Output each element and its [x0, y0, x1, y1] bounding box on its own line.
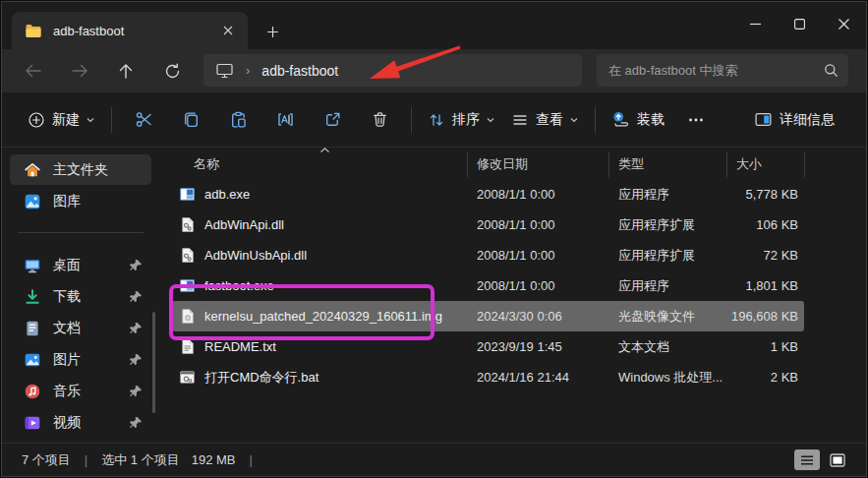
- pin-icon: [129, 385, 143, 398]
- file-name: AdbWinApi.dll: [172, 216, 467, 233]
- file-row[interactable]: README.txt2023/9/19 1:45文本文档1 KB: [172, 331, 804, 362]
- up-button[interactable]: [106, 55, 145, 87]
- copy-button[interactable]: [167, 102, 214, 138]
- file-type: Windows 批处理...: [608, 369, 726, 387]
- file-date: 2008/1/1 0:00: [467, 217, 608, 232]
- sidebar-item-pictures[interactable]: 图片: [10, 344, 151, 375]
- sidebar-item-music[interactable]: 音乐: [10, 376, 151, 406]
- status-divider: |: [85, 452, 87, 467]
- new-tab-button[interactable]: [260, 19, 285, 44]
- view-button[interactable]: 查看: [503, 102, 587, 138]
- search-icon[interactable]: [824, 63, 839, 78]
- file-type: 光盘映像文件: [608, 308, 726, 326]
- tab-close-icon[interactable]: [218, 21, 238, 40]
- file-date: 2023/9/19 1:45: [467, 339, 608, 354]
- selection-size: 192 MB: [192, 452, 236, 467]
- delete-button[interactable]: [356, 102, 403, 138]
- close-button[interactable]: [822, 2, 866, 45]
- search-input[interactable]: [608, 63, 824, 78]
- column-header-name[interactable]: 名称: [172, 155, 467, 173]
- chevron-down-icon: [486, 115, 495, 125]
- txt-file-icon: [179, 338, 196, 355]
- column-separator[interactable]: [726, 151, 727, 177]
- new-button[interactable]: 新建: [20, 102, 103, 138]
- toolbar-divider: [595, 107, 596, 133]
- file-row[interactable]: adb.exe2008/1/1 0:00应用程序5,778 KB: [172, 179, 804, 209]
- file-date: 2024/1/16 21:44: [467, 370, 608, 385]
- file-size: 1,801 KB: [726, 278, 804, 293]
- home-icon: [24, 161, 41, 179]
- sidebar-item-home[interactable]: 主文件夹: [10, 154, 151, 185]
- sidebar-item-label: 下载: [53, 288, 129, 306]
- details-pane-icon: [754, 110, 773, 129]
- search-box[interactable]: [597, 54, 848, 87]
- column-separator[interactable]: [608, 151, 609, 177]
- img-file-icon: [179, 308, 196, 325]
- column-separator[interactable]: [467, 151, 468, 177]
- command-bar: 新建 排序 查看 装载 详细信息: [2, 92, 866, 148]
- file-type: 文本文档: [608, 338, 726, 356]
- toolbar-divider: [411, 107, 412, 133]
- maximize-button[interactable]: [778, 2, 822, 45]
- breadcrumb-item[interactable]: adb-fastboot: [261, 63, 338, 79]
- column-header-size[interactable]: 大小: [726, 155, 804, 173]
- file-date: 2008/1/1 0:00: [467, 248, 608, 263]
- column-header-type[interactable]: 类型: [608, 155, 726, 173]
- list-header: 名称 修改日期 类型 大小: [172, 149, 858, 179]
- file-row[interactable]: AdbWinApi.dll2008/1/1 0:00应用程序扩展106 KB: [172, 209, 804, 240]
- sidebar-scrollbar[interactable]: [152, 312, 155, 413]
- file-row[interactable]: 打开CMD命令行.bat2024/1/16 21:44Windows 批处理..…: [172, 362, 804, 392]
- file-row[interactable]: kernelsu_patched_20240329_160611.img2024…: [172, 301, 804, 331]
- exe-file-icon: [179, 186, 196, 203]
- toolbar-divider: [111, 107, 112, 133]
- more-options-button[interactable]: [672, 102, 720, 138]
- details-view-toggle[interactable]: [794, 449, 820, 470]
- view-lines-icon: [511, 111, 529, 129]
- sidebar-item-downloads[interactable]: 下载: [10, 281, 151, 312]
- desktop-icon: [24, 257, 41, 274]
- sidebar-item-documents[interactable]: 文档: [10, 313, 151, 343]
- file-date: 2008/1/1 0:00: [467, 278, 608, 293]
- column-separator[interactable]: [804, 151, 805, 177]
- explorer-tab[interactable]: adb-fastboot: [12, 12, 248, 49]
- forward-button[interactable]: [60, 55, 99, 87]
- icons-view-toggle[interactable]: [825, 449, 850, 470]
- file-date: 2024/3/30 0:06: [467, 309, 608, 324]
- file-date: 2008/1/1 0:00: [467, 187, 608, 202]
- rename-button[interactable]: [261, 102, 309, 138]
- items-count: 7 个项目: [22, 451, 71, 469]
- pin-icon: [129, 353, 143, 367]
- mount-button[interactable]: 装载: [604, 102, 672, 138]
- file-size: 1 KB: [726, 339, 804, 354]
- sidebar-item-label: 主文件夹: [53, 161, 143, 179]
- chevron-down-icon: [86, 115, 95, 125]
- downloads-icon: [24, 288, 41, 306]
- sort-button-label: 排序: [452, 111, 480, 129]
- file-name: README.txt: [172, 338, 467, 355]
- cut-button[interactable]: [120, 102, 167, 138]
- minimize-button[interactable]: [733, 2, 778, 45]
- music-icon: [24, 383, 41, 400]
- breadcrumb-chevron-icon: ›: [246, 63, 250, 78]
- file-name: fastboot.exe: [172, 277, 467, 294]
- sidebar: 主文件夹图库桌面下载文档图片音乐视频: [10, 151, 151, 441]
- address-bar[interactable]: › adb-fastboot: [203, 54, 582, 87]
- file-type: 应用程序扩展: [608, 247, 726, 265]
- sidebar-item-desktop[interactable]: 桌面: [10, 250, 151, 280]
- column-header-date[interactable]: 修改日期: [467, 155, 608, 173]
- refresh-button[interactable]: [152, 55, 192, 87]
- sort-button[interactable]: 排序: [420, 102, 503, 138]
- file-name: AdbWinUsbApi.dll: [172, 247, 467, 264]
- tab-title: adb-fastboot: [53, 24, 218, 38]
- back-button[interactable]: [14, 55, 53, 87]
- window-controls: [733, 2, 866, 45]
- bat-file-icon: [179, 369, 196, 386]
- file-row[interactable]: fastboot.exe2008/1/1 0:00应用程序1,801 KB: [172, 270, 804, 301]
- sidebar-item-gallery[interactable]: 图库: [10, 186, 151, 216]
- file-list: 名称 修改日期 类型 大小 adb.exe2008/1/1 0:00应用程序5,…: [159, 149, 858, 441]
- sidebar-item-videos[interactable]: 视频: [10, 407, 151, 438]
- share-button[interactable]: [309, 102, 356, 138]
- details-pane-button[interactable]: 详细信息: [746, 102, 842, 138]
- paste-button[interactable]: [214, 102, 261, 138]
- file-row[interactable]: AdbWinUsbApi.dll2008/1/1 0:00应用程序扩展72 KB: [172, 240, 804, 270]
